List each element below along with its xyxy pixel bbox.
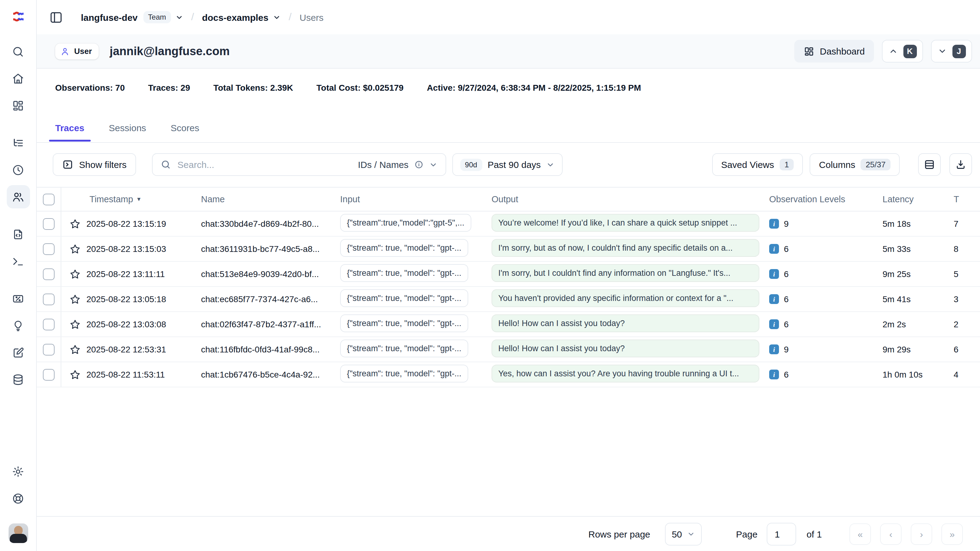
next-page-button[interactable]: ›: [911, 523, 932, 545]
output-preview-chip[interactable]: You’re welcome! If you’d like, I can sha…: [492, 213, 759, 231]
star-icon[interactable]: [69, 268, 81, 280]
input-preview-chip[interactable]: {"stream": true, "model": "gpt-...: [340, 239, 468, 256]
output-preview-chip[interactable]: Hello! How can I assist you today?: [492, 339, 759, 357]
dashboard-button[interactable]: Dashboard: [794, 40, 874, 62]
saved-views-button[interactable]: Saved Views 1: [712, 153, 803, 176]
input-preview-chip[interactable]: {"stream":true,"model":"gpt-5",...: [340, 213, 471, 231]
langfuse-logo[interactable]: [9, 7, 27, 26]
table-row[interactable]: 2025-08-22 11:53:11 chat:1cb67476-b5ce-4…: [36, 362, 980, 387]
star-icon[interactable]: [69, 293, 81, 305]
star-icon[interactable]: [69, 318, 81, 330]
sidebar-item-settings[interactable]: [6, 460, 30, 483]
table-row[interactable]: 2025-08-22 13:15:19 chat:330bd4e7-d869-4…: [36, 212, 980, 237]
user-stats: Observations: 70 Traces: 29 Total Tokens…: [36, 68, 980, 107]
row-checkbox[interactable]: [43, 344, 54, 355]
previous-user-button[interactable]: K: [882, 40, 923, 62]
column-header-output[interactable]: Output: [492, 194, 769, 204]
column-header-truncated[interactable]: T: [954, 194, 980, 204]
search-input[interactable]: Search... IDs / Names: [152, 153, 446, 176]
row-checkbox[interactable]: [43, 369, 54, 380]
sidebar-item-sessions[interactable]: [6, 158, 30, 182]
page-number-input[interactable]: 1: [767, 522, 796, 545]
rows-per-page-select[interactable]: 50: [665, 522, 702, 545]
latency-value: 1h 0m 10s: [883, 369, 954, 379]
input-preview-chip[interactable]: {"stream": true, "model": "gpt-...: [340, 314, 468, 332]
trace-name[interactable]: chat:116fbfdc-0fd3-41af-99c8...: [201, 344, 340, 354]
sidebar-item-evaluation[interactable]: [6, 287, 30, 310]
first-page-button[interactable]: «: [850, 523, 871, 545]
trace-name[interactable]: chat:ec685f77-7374-427c-a6...: [201, 294, 340, 304]
output-preview-chip[interactable]: Yes, how can I assist you? Are you havin…: [492, 365, 759, 382]
sidebar-item-home[interactable]: [6, 67, 30, 90]
search-mode-chevron-icon[interactable]: [429, 160, 437, 169]
star-icon[interactable]: [69, 243, 81, 255]
sidebar-item-dashboards[interactable]: [6, 94, 30, 117]
breadcrumb-org[interactable]: langfuse-dev: [81, 12, 138, 22]
sidebar-item-annotation[interactable]: [6, 341, 30, 364]
trace-name[interactable]: chat:3611931b-bc77-49c5-a8...: [201, 244, 340, 254]
columns-button[interactable]: Columns 25/37: [810, 153, 900, 176]
column-header-name[interactable]: Name: [201, 194, 340, 204]
breadcrumb-project[interactable]: docs-examples: [202, 12, 269, 22]
row-checkbox[interactable]: [43, 268, 54, 280]
sidebar-item-search[interactable]: [6, 40, 30, 63]
input-preview-chip[interactable]: {"stream": true, "model": "gpt-...: [340, 365, 468, 382]
star-icon[interactable]: [69, 218, 81, 229]
sidebar-item-tracing[interactable]: [6, 131, 30, 154]
trace-name[interactable]: chat:513e84e9-9039-42d0-bf...: [201, 269, 340, 279]
row-height-button[interactable]: [918, 153, 941, 176]
column-header-latency[interactable]: Latency: [883, 194, 954, 204]
users-icon: [12, 190, 24, 203]
output-preview-chip[interactable]: I'm sorry, but as of now, I couldn't fin…: [492, 239, 759, 256]
column-header-observation-levels[interactable]: Observation Levels: [769, 194, 883, 204]
sidebar-item-insights[interactable]: [6, 314, 30, 337]
output-preview-chip[interactable]: You haven't provided any specific inform…: [492, 289, 759, 307]
org-switcher-chevron-icon[interactable]: [175, 13, 183, 21]
info-level-icon: i: [769, 269, 779, 279]
trace-name[interactable]: chat:02f63f47-87b2-4377-a1ff...: [201, 319, 340, 329]
row-checkbox[interactable]: [43, 218, 54, 229]
tab-scores[interactable]: Scores: [165, 114, 205, 141]
tab-traces[interactable]: Traces: [49, 114, 91, 141]
table-row[interactable]: 2025-08-22 12:53:31 chat:116fbfdc-0fd3-4…: [36, 337, 980, 362]
output-preview-chip[interactable]: Hello! How can I assist you today?: [492, 314, 759, 332]
info-icon[interactable]: [414, 160, 423, 169]
column-header-timestamp[interactable]: Timestamp ▼: [61, 194, 201, 204]
last-page-button[interactable]: »: [942, 523, 963, 545]
input-preview-chip[interactable]: {"stream": true, "model": "gpt-...: [340, 264, 468, 282]
sidebar-item-datasets[interactable]: [6, 368, 30, 391]
sidebar-toggle-button[interactable]: [46, 8, 65, 26]
select-all-checkbox[interactable]: [43, 193, 54, 205]
time-range-select[interactable]: 90d Past 90 days: [452, 153, 563, 176]
next-user-button[interactable]: J: [931, 40, 972, 62]
project-switcher-chevron-icon[interactable]: [273, 13, 281, 21]
output-preview-chip[interactable]: I'm sorry, but I couldn't find any infor…: [492, 264, 759, 282]
show-filters-button[interactable]: Show filters: [53, 153, 136, 176]
trace-name[interactable]: chat:330bd4e7-d869-4b2f-80...: [201, 219, 340, 229]
table-row[interactable]: 2025-08-22 13:15:03 chat:3611931b-bc77-4…: [36, 237, 980, 262]
previous-page-button[interactable]: ‹: [880, 523, 902, 545]
table-row[interactable]: 2025-08-22 13:05:18 chat:ec685f77-7374-4…: [36, 287, 980, 312]
star-icon[interactable]: [69, 369, 81, 380]
dashboard-button-label: Dashboard: [820, 46, 865, 56]
star-icon[interactable]: [69, 344, 81, 355]
sidebar-item-support[interactable]: [6, 487, 30, 510]
input-preview-chip[interactable]: {"stream": true, "model": "gpt-...: [340, 339, 468, 357]
square-pen-icon: [12, 346, 24, 359]
tab-sessions[interactable]: Sessions: [103, 114, 152, 141]
input-preview-chip[interactable]: {"stream": true, "model": "gpt-...: [340, 289, 468, 307]
sidebar-item-prompts[interactable]: [6, 223, 30, 246]
chevrons-left-icon: «: [858, 529, 863, 539]
export-button[interactable]: [949, 153, 972, 176]
user-avatar[interactable]: [8, 524, 28, 543]
trace-name[interactable]: chat:1cb67476-b5ce-4c4a-92...: [201, 369, 340, 379]
sidebar-item-playground[interactable]: [6, 250, 30, 273]
row-checkbox[interactable]: [43, 318, 54, 330]
sidebar-item-users[interactable]: [6, 185, 30, 209]
row-checkbox[interactable]: [43, 293, 54, 305]
table-row[interactable]: 2025-08-22 13:03:08 chat:02f63f47-87b2-4…: [36, 312, 980, 337]
column-header-input[interactable]: Input: [340, 194, 492, 204]
row-checkbox[interactable]: [43, 243, 54, 255]
search-mode-label[interactable]: IDs / Names: [358, 159, 409, 170]
table-row[interactable]: 2025-08-22 13:11:11 chat:513e84e9-9039-4…: [36, 262, 980, 287]
